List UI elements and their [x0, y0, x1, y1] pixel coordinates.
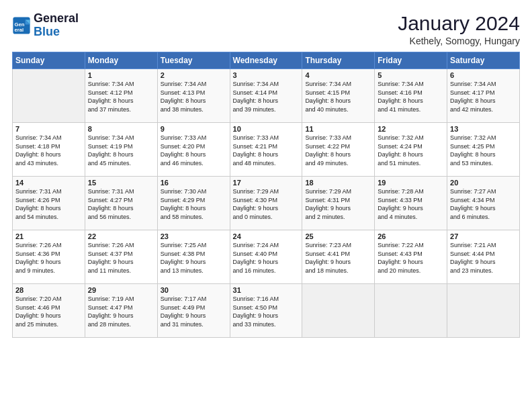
calendar-cell: 4Sunrise: 7:34 AM Sunset: 4:15 PM Daylig… [302, 69, 375, 123]
day-info: Sunrise: 7:34 AM Sunset: 4:16 PM Dayligh… [378, 80, 444, 113]
calendar-cell: 31Sunrise: 7:16 AM Sunset: 4:50 PM Dayli… [230, 284, 302, 338]
calendar-cell: 28Sunrise: 7:20 AM Sunset: 4:46 PM Dayli… [13, 284, 85, 338]
day-number: 16 [161, 179, 227, 187]
day-number: 30 [161, 286, 227, 294]
day-info: Sunrise: 7:34 AM Sunset: 4:19 PM Dayligh… [88, 134, 154, 167]
day-number: 4 [305, 71, 371, 79]
weekday-header-wednesday: Wednesday [230, 52, 302, 69]
calendar-cell: 20Sunrise: 7:27 AM Sunset: 4:34 PM Dayli… [447, 177, 520, 230]
day-number: 23 [161, 232, 227, 240]
calendar-cell: 6Sunrise: 7:34 AM Sunset: 4:17 PM Daylig… [447, 69, 520, 123]
calendar-cell: 1Sunrise: 7:34 AM Sunset: 4:12 PM Daylig… [85, 69, 157, 123]
calendar-week-3: 14Sunrise: 7:31 AM Sunset: 4:26 PM Dayli… [13, 177, 520, 230]
day-info: Sunrise: 7:31 AM Sunset: 4:26 PM Dayligh… [15, 187, 82, 221]
svg-text:eral: eral [15, 27, 24, 33]
calendar-title: January 2024 [398, 12, 520, 34]
calendar-cell: 7Sunrise: 7:34 AM Sunset: 4:18 PM Daylig… [13, 123, 85, 177]
calendar-subtitle: Kethely, Somogy, Hungary [398, 36, 520, 46]
calendar-cell: 21Sunrise: 7:26 AM Sunset: 4:36 PM Dayli… [13, 230, 85, 284]
day-info: Sunrise: 7:32 AM Sunset: 4:24 PM Dayligh… [378, 134, 444, 167]
calendar-cell [13, 69, 85, 123]
day-number: 21 [15, 232, 82, 240]
calendar-cell: 14Sunrise: 7:31 AM Sunset: 4:26 PM Dayli… [13, 177, 85, 230]
calendar-cell: 29Sunrise: 7:19 AM Sunset: 4:47 PM Dayli… [85, 284, 157, 338]
day-number: 10 [233, 125, 300, 133]
day-number: 27 [450, 232, 517, 240]
calendar-page: Gen eral GeneralBlue January 2024 Kethel… [0, 0, 532, 411]
day-info: Sunrise: 7:34 AM Sunset: 4:15 PM Dayligh… [305, 80, 371, 113]
calendar-cell [302, 284, 375, 338]
day-info: Sunrise: 7:27 AM Sunset: 4:34 PM Dayligh… [450, 187, 517, 221]
day-number: 11 [305, 125, 371, 133]
day-number: 20 [450, 179, 517, 187]
calendar-table: SundayMondayTuesdayWednesdayThursdayFrid… [12, 52, 520, 338]
calendar-cell: 8Sunrise: 7:34 AM Sunset: 4:19 PM Daylig… [85, 123, 157, 177]
calendar-week-2: 7Sunrise: 7:34 AM Sunset: 4:18 PM Daylig… [13, 123, 520, 177]
day-info: Sunrise: 7:34 AM Sunset: 4:17 PM Dayligh… [450, 80, 517, 113]
day-info: Sunrise: 7:34 AM Sunset: 4:14 PM Dayligh… [233, 80, 300, 113]
day-info: Sunrise: 7:25 AM Sunset: 4:38 PM Dayligh… [161, 241, 227, 275]
day-info: Sunrise: 7:19 AM Sunset: 4:47 PM Dayligh… [88, 295, 154, 328]
calendar-cell: 13Sunrise: 7:32 AM Sunset: 4:25 PM Dayli… [447, 123, 520, 177]
day-number: 8 [88, 125, 154, 133]
day-number: 26 [378, 232, 444, 240]
day-number: 19 [378, 179, 444, 187]
day-info: Sunrise: 7:24 AM Sunset: 4:40 PM Dayligh… [233, 241, 300, 275]
logo-text: GeneralBlue [34, 12, 79, 39]
day-number: 17 [233, 179, 300, 187]
day-info: Sunrise: 7:34 AM Sunset: 4:18 PM Dayligh… [15, 134, 82, 167]
calendar-cell [447, 284, 520, 338]
calendar-cell: 18Sunrise: 7:29 AM Sunset: 4:31 PM Dayli… [302, 177, 375, 230]
day-number: 12 [378, 125, 444, 133]
title-block: January 2024 Kethely, Somogy, Hungary [398, 12, 520, 46]
calendar-cell: 27Sunrise: 7:21 AM Sunset: 4:44 PM Dayli… [447, 230, 520, 284]
day-info: Sunrise: 7:22 AM Sunset: 4:43 PM Dayligh… [378, 241, 444, 275]
calendar-cell: 16Sunrise: 7:30 AM Sunset: 4:29 PM Dayli… [157, 177, 230, 230]
calendar-cell: 22Sunrise: 7:26 AM Sunset: 4:37 PM Dayli… [85, 230, 157, 284]
day-number: 5 [378, 71, 444, 79]
day-number: 2 [161, 71, 227, 79]
day-info: Sunrise: 7:29 AM Sunset: 4:30 PM Dayligh… [233, 187, 300, 221]
weekday-header-row: SundayMondayTuesdayWednesdayThursdayFrid… [13, 52, 520, 69]
calendar-cell: 30Sunrise: 7:17 AM Sunset: 4:49 PM Dayli… [157, 284, 230, 338]
calendar-week-1: 1Sunrise: 7:34 AM Sunset: 4:12 PM Daylig… [13, 69, 520, 123]
weekday-header-tuesday: Tuesday [157, 52, 230, 69]
logo-name: GeneralBlue [34, 12, 79, 39]
weekday-header-monday: Monday [85, 52, 157, 69]
day-number: 22 [88, 232, 154, 240]
calendar-cell: 3Sunrise: 7:34 AM Sunset: 4:14 PM Daylig… [230, 69, 302, 123]
calendar-cell: 9Sunrise: 7:33 AM Sunset: 4:20 PM Daylig… [157, 123, 230, 177]
day-info: Sunrise: 7:32 AM Sunset: 4:25 PM Dayligh… [450, 134, 517, 167]
calendar-cell: 26Sunrise: 7:22 AM Sunset: 4:43 PM Dayli… [375, 230, 447, 284]
day-info: Sunrise: 7:34 AM Sunset: 4:12 PM Dayligh… [88, 80, 154, 113]
calendar-week-5: 28Sunrise: 7:20 AM Sunset: 4:46 PM Dayli… [13, 284, 520, 338]
weekday-header-friday: Friday [375, 52, 447, 69]
day-info: Sunrise: 7:33 AM Sunset: 4:20 PM Dayligh… [161, 134, 227, 167]
day-number: 18 [305, 179, 371, 187]
day-number: 14 [15, 179, 82, 187]
day-number: 25 [305, 232, 371, 240]
calendar-cell: 10Sunrise: 7:33 AM Sunset: 4:21 PM Dayli… [230, 123, 302, 177]
calendar-cell: 11Sunrise: 7:33 AM Sunset: 4:22 PM Dayli… [302, 123, 375, 177]
day-number: 28 [15, 286, 82, 294]
logo-icon: Gen eral [12, 16, 31, 35]
calendar-cell: 17Sunrise: 7:29 AM Sunset: 4:30 PM Dayli… [230, 177, 302, 230]
calendar-cell: 24Sunrise: 7:24 AM Sunset: 4:40 PM Dayli… [230, 230, 302, 284]
day-info: Sunrise: 7:34 AM Sunset: 4:13 PM Dayligh… [161, 80, 227, 113]
calendar-cell: 2Sunrise: 7:34 AM Sunset: 4:13 PM Daylig… [157, 69, 230, 123]
weekday-header-thursday: Thursday [302, 52, 375, 69]
calendar-cell: 12Sunrise: 7:32 AM Sunset: 4:24 PM Dayli… [375, 123, 447, 177]
day-info: Sunrise: 7:31 AM Sunset: 4:27 PM Dayligh… [88, 187, 154, 221]
day-info: Sunrise: 7:26 AM Sunset: 4:36 PM Dayligh… [15, 241, 82, 275]
day-number: 9 [161, 125, 227, 133]
day-info: Sunrise: 7:29 AM Sunset: 4:31 PM Dayligh… [305, 187, 371, 221]
calendar-cell: 15Sunrise: 7:31 AM Sunset: 4:27 PM Dayli… [85, 177, 157, 230]
day-number: 15 [88, 179, 154, 187]
day-number: 7 [15, 125, 82, 133]
day-number: 31 [233, 286, 300, 294]
day-info: Sunrise: 7:17 AM Sunset: 4:49 PM Dayligh… [161, 295, 227, 328]
calendar-cell: 5Sunrise: 7:34 AM Sunset: 4:16 PM Daylig… [375, 69, 447, 123]
day-info: Sunrise: 7:33 AM Sunset: 4:22 PM Dayligh… [305, 134, 371, 167]
day-number: 13 [450, 125, 517, 133]
logo: Gen eral GeneralBlue [12, 12, 79, 39]
